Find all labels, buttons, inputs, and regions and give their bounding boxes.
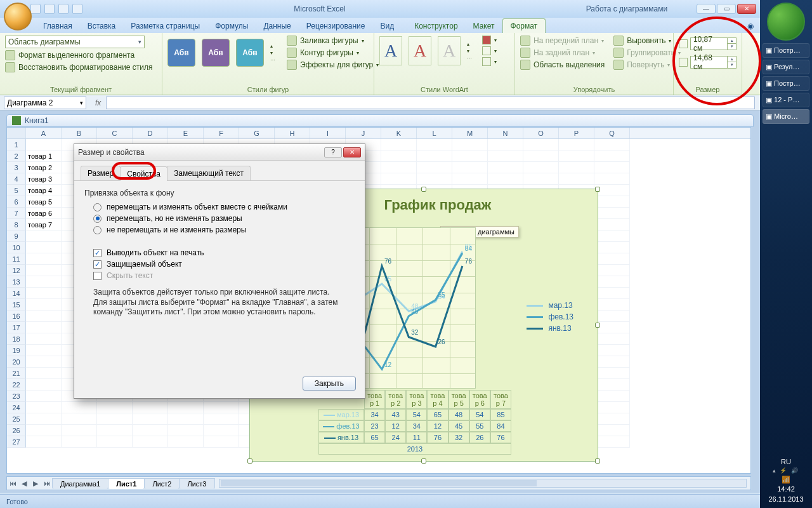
start-button[interactable]: [767, 3, 805, 41]
formula-input[interactable]: [106, 97, 755, 109]
column-header[interactable]: E: [168, 128, 204, 138]
format-selection-button[interactable]: Формат выделенного фрагмента: [5, 50, 157, 60]
redo-icon[interactable]: [58, 4, 69, 14]
column-header[interactable]: G: [239, 128, 275, 138]
cell[interactable]: [594, 231, 630, 242]
cell[interactable]: [523, 150, 559, 162]
row-header[interactable]: 5: [7, 185, 26, 196]
cell[interactable]: [452, 162, 488, 173]
cell[interactable]: [488, 139, 523, 150]
row-header[interactable]: 14: [7, 288, 26, 299]
wordart-style-2[interactable]: A: [409, 36, 431, 65]
cell[interactable]: [594, 150, 630, 162]
taskbar-item[interactable]: ▣ Micro…: [763, 109, 809, 124]
column-header[interactable]: L: [417, 128, 452, 138]
cell[interactable]: [26, 391, 62, 402]
dialog-tab[interactable]: Размер: [81, 166, 121, 180]
cell[interactable]: [417, 173, 452, 185]
cell[interactable]: [97, 436, 133, 448]
reset-style-button[interactable]: Восстановить форматирование стиля: [5, 62, 157, 72]
taskbar-item[interactable]: ▣ Постр…: [763, 76, 809, 91]
text-outline-button[interactable]: ▾: [482, 46, 497, 55]
column-header[interactable]: H: [275, 128, 310, 138]
cell[interactable]: [594, 219, 630, 231]
row-header[interactable]: 17: [7, 322, 26, 333]
cell[interactable]: [594, 196, 630, 208]
dialog-radio-option[interactable]: перемещать, но не изменять размеры: [93, 214, 355, 223]
cell[interactable]: [452, 150, 488, 162]
cell[interactable]: товар 5: [26, 196, 62, 208]
cell[interactable]: [26, 333, 62, 345]
wordart-style-1[interactable]: A: [379, 36, 402, 65]
cell[interactable]: [594, 413, 630, 425]
shape-width-input[interactable]: 14,68 см ▴▾: [690, 56, 737, 69]
cell[interactable]: товар 2: [26, 162, 62, 173]
ribbon-tab[interactable]: Разметка страницы: [123, 19, 207, 33]
dialog-checkbox-option[interactable]: Скрыть текст: [93, 271, 355, 280]
column-header[interactable]: K: [381, 128, 417, 138]
row-header[interactable]: 21: [7, 368, 26, 379]
column-header[interactable]: Q: [594, 128, 630, 138]
row-header[interactable]: 6: [7, 196, 26, 208]
column-header[interactable]: D: [133, 128, 168, 138]
column-header[interactable]: I: [310, 128, 346, 138]
cell[interactable]: [97, 402, 133, 413]
ribbon-context-tab[interactable]: Формат: [502, 18, 546, 33]
cell[interactable]: [594, 299, 630, 311]
row-header[interactable]: 20: [7, 356, 26, 368]
dialog-tab[interactable]: Свойства: [120, 166, 167, 181]
dialog-radio-option[interactable]: перемещать и изменять объект вместе с яч…: [93, 203, 355, 211]
cell[interactable]: [168, 413, 204, 425]
cell[interactable]: [26, 311, 62, 322]
cell[interactable]: [594, 288, 630, 299]
dialog-radio-option[interactable]: не перемещать и не изменять размеры: [93, 225, 355, 234]
cell[interactable]: [594, 425, 630, 436]
legend-item[interactable]: фев.13: [527, 312, 573, 321]
sheet-nav-next[interactable]: ▶: [30, 479, 41, 488]
gallery-up-icon[interactable]: ▴: [467, 41, 476, 47]
sheet-nav-first[interactable]: ⏮: [7, 479, 18, 487]
cell[interactable]: [133, 413, 168, 425]
quick-access-toolbar[interactable]: [27, 4, 82, 14]
sheet-tab[interactable]: Лист3: [179, 478, 214, 489]
cell[interactable]: [26, 253, 62, 265]
fx-icon[interactable]: fx: [90, 98, 106, 107]
selection-pane-button[interactable]: Область выделения: [520, 60, 605, 70]
cell[interactable]: товар 6: [26, 208, 62, 219]
cell[interactable]: [26, 265, 62, 276]
cell[interactable]: [381, 139, 417, 150]
ribbon-tab[interactable]: Вид: [372, 19, 402, 33]
minimize-button[interactable]: —: [697, 4, 716, 14]
dialog-help-button[interactable]: ?: [324, 147, 342, 157]
cell[interactable]: [594, 208, 630, 219]
cell[interactable]: [594, 265, 630, 276]
cell[interactable]: [26, 402, 62, 413]
dialog-close-button[interactable]: ✕: [343, 147, 361, 157]
cell[interactable]: [523, 173, 559, 185]
row-header[interactable]: 19: [7, 345, 26, 356]
shape-fill-button[interactable]: Заливка фигуры ▾: [287, 36, 379, 46]
shape-style-3[interactable]: Абв: [236, 39, 264, 67]
cell[interactable]: [488, 173, 523, 185]
row-header[interactable]: 10: [7, 242, 26, 253]
row-header[interactable]: 13: [7, 276, 26, 288]
column-header[interactable]: A: [26, 128, 62, 138]
cell[interactable]: [26, 288, 62, 299]
cell[interactable]: [26, 231, 62, 242]
cell[interactable]: [594, 162, 630, 173]
column-header[interactable]: O: [523, 128, 559, 138]
cell[interactable]: [559, 139, 594, 150]
cell[interactable]: [26, 413, 62, 425]
row-header[interactable]: 24: [7, 402, 26, 413]
cell[interactable]: [417, 162, 452, 173]
cell[interactable]: [26, 139, 62, 150]
cell[interactable]: [417, 150, 452, 162]
cell[interactable]: [168, 436, 204, 448]
spin-up-icon[interactable]: ▴: [727, 57, 736, 62]
shape-style-2[interactable]: Абв: [202, 39, 230, 67]
cell[interactable]: [133, 425, 168, 436]
sheet-tab[interactable]: Лист2: [144, 478, 180, 489]
cell[interactable]: [26, 242, 62, 253]
shape-effects-button[interactable]: Эффекты для фигур ▾: [287, 60, 379, 70]
row-header[interactable]: 11: [7, 253, 26, 265]
